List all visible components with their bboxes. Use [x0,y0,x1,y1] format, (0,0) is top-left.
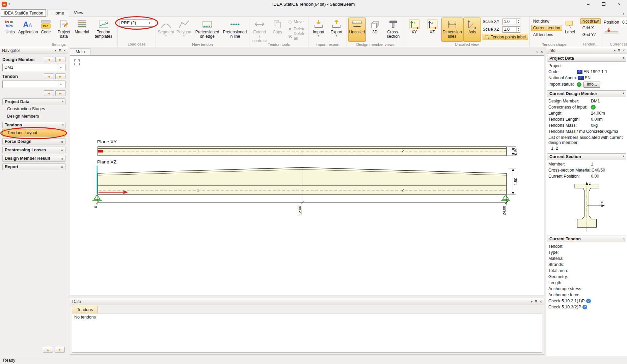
tendon-points-label-button[interactable]: Tendon points label [483,34,528,40]
load-case-combobox[interactable]: PRE (2) ▾ [119,19,154,27]
material-button[interactable]: Material [73,18,91,42]
plane-xy-button[interactable]: Y XY [406,18,423,42]
dimension-lines-button[interactable]: Dimension lines [441,18,463,42]
nav-scroll-down-button[interactable]: ▼ [55,347,65,353]
collapse-down-icon[interactable]: » [62,140,63,144]
help-icon[interactable] [586,299,591,303]
info-section-current-section[interactable]: Current Section » [547,153,626,160]
combobox-caret-icon[interactable]: ▾ [147,20,152,26]
info-menu-icon[interactable]: ▾ [614,49,616,52]
grid-x-toggle[interactable]: Grid X [580,25,601,31]
drawing-canvas[interactable]: Plane XY 1 2 0.50 Plane XZ [70,55,544,296]
info-section-current-design-member[interactable]: Current Design Member » [547,90,626,97]
position-input[interactable] [621,20,627,25]
nav-scroll-up-button[interactable]: ▲ [43,347,53,353]
scale-xy-spin-arrows-icon[interactable]: ▲▼ [516,19,520,24]
nav-item-construction-stages[interactable]: Construction Stages [2,105,65,113]
tab-tendons[interactable]: Tendons [72,306,98,313]
export-button[interactable]: Export ▾ [328,18,345,42]
import-info-button[interactable]: Info... [583,82,600,88]
scale-xz-input[interactable] [503,27,516,32]
view-3d-button[interactable]: 3D [366,18,384,42]
grid-yz-toggle[interactable]: Grid YZ [580,32,601,38]
delete-all-button[interactable]: Delete all [287,33,307,39]
cross-section-view-button[interactable]: Cross-section [384,18,403,42]
move-button[interactable]: Move [287,19,307,25]
design-member-next-button[interactable]: ▶ [55,57,65,62]
shape-not-draw-toggle[interactable]: Not draw [531,18,562,24]
shape-all-tendons-toggle[interactable]: All tendons [531,32,562,38]
segment-button[interactable]: Segment ▾ [157,18,175,42]
maximize-button[interactable] [596,0,611,8]
polygon-dropdown-icon[interactable]: ▾ [183,35,185,37]
scale-xz-stepper[interactable]: ▲▼ [502,26,520,33]
tendon-next-button[interactable]: ▶ [55,73,65,79]
data-pin-icon[interactable] [535,300,538,303]
info-section-current-tendon[interactable]: Current Tendon » [547,236,626,242]
info-pin-icon[interactable] [618,49,621,52]
code-button[interactable]: 25.0 Code [37,18,55,42]
collapse-ribbon-icon[interactable]: ▴ [623,11,624,15]
minimize-button[interactable]: – [580,0,596,8]
nav-section-force-design[interactable]: Force Design » [2,138,65,145]
help-icon[interactable] [582,305,587,309]
axis-button[interactable]: Axis [463,18,481,42]
navigator-close-icon[interactable]: × [63,48,66,53]
scale-xy-stepper[interactable]: ▲▼ [502,19,520,25]
collapse-up-icon[interactable]: » [62,100,63,104]
plane-xz-button[interactable]: Z XZ [424,18,441,42]
nav-section-tendons[interactable]: Tendons » [2,122,65,128]
nav-section-project-data[interactable]: Project Data » [2,98,65,105]
polygon-button[interactable]: Polygon ▾ [175,18,193,42]
project-data-button[interactable]: Project data [55,18,73,42]
tendon-templates-button[interactable]: Tendon templates [91,18,116,42]
collapse-up-icon[interactable]: » [623,155,624,159]
extend-contract-button[interactable]: Extend / contract [251,18,268,42]
collapse-up-icon[interactable]: » [623,237,624,241]
import-dropdown-icon[interactable]: ▾ [318,35,319,37]
application-button[interactable]: AA Application [19,18,37,42]
pretensioned-on-edge-button[interactable]: Pretensioned on edge [193,18,222,42]
grid-not-draw-toggle[interactable]: Not draw [580,18,601,24]
collapse-up-icon[interactable]: » [623,92,624,96]
info-section-project-data[interactable]: Project Data » [547,55,626,62]
nav-section-report[interactable]: Report » [2,163,65,170]
canvas-windows-icon[interactable]: ≡ [536,50,538,54]
collapse-up-icon[interactable]: » [623,56,624,60]
tendon-combobox[interactable]: ▾ [2,81,65,88]
collapse-up-icon[interactable]: » [62,123,63,127]
position-stepper[interactable]: ▲▼ [621,19,627,25]
tendon-move-up-button[interactable]: ◀ [44,90,54,96]
nav-item-design-members[interactable]: Design Members [2,113,65,120]
data-close-icon[interactable]: × [540,299,542,304]
export-dropdown-icon[interactable]: ▾ [336,35,337,37]
import-button[interactable]: Import ▾ [310,18,327,42]
tab-home[interactable]: Home [47,9,69,17]
scale-xy-input[interactable] [503,19,516,24]
nav-section-design-member-result[interactable]: Design Member Result » [2,155,65,162]
shape-current-tendon-toggle[interactable]: Current tendon [531,25,562,31]
tab-main[interactable]: Main [70,48,90,55]
uncoiled-button[interactable]: Uncoiled [348,18,366,42]
canvas-close-icon[interactable]: × [541,50,543,54]
design-member-combobox[interactable]: DM1 ▾ [2,64,65,71]
data-menu-icon[interactable]: ▾ [531,300,533,303]
close-button[interactable]: × [611,0,627,8]
label-button[interactable]: Label [563,18,577,42]
navigator-menu-icon[interactable]: ▾ [55,49,56,52]
tab-view[interactable]: View [69,9,88,17]
quick-access-caret-icon[interactable]: ▾ [8,2,10,6]
pretensioned-in-line-button[interactable]: Pretensioned in line [222,18,248,42]
design-member-caret-icon[interactable]: ▾ [58,64,63,71]
nav-section-prestressing-losses[interactable]: Prestressing Losses » [2,147,65,153]
info-close-icon[interactable]: × [623,48,625,53]
application-menu-button[interactable]: IDEA StatiCa Tendon [1,9,46,17]
units-button[interactable]: kNmMPa Units [1,18,19,42]
scale-xz-spin-arrows-icon[interactable]: ▲▼ [516,27,520,32]
segment-dropdown-icon[interactable]: ▾ [165,35,167,37]
nav-item-tendons-layout[interactable]: Tendons Layout [2,129,65,136]
collapse-down-icon[interactable]: » [62,148,63,152]
collapse-down-icon[interactable]: » [62,165,63,169]
collapse-down-icon[interactable]: » [62,156,63,160]
tendon-prev-button[interactable]: ◀ [44,73,54,79]
